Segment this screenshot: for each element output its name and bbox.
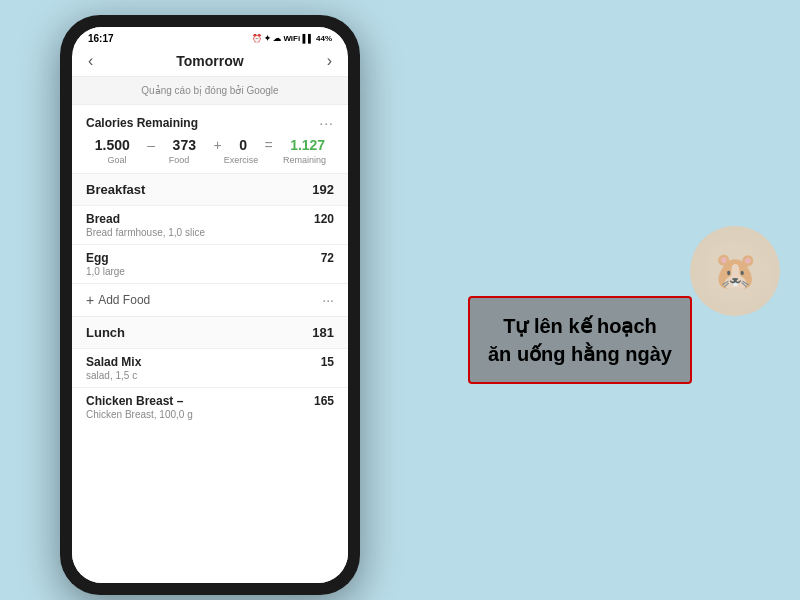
salad-detail: salad, 1,5 c bbox=[86, 370, 334, 381]
text-banner: Tự lên kế hoạch ăn uống hằng ngày bbox=[468, 296, 692, 384]
salad-item: Salad Mix 15 salad, 1,5 c bbox=[72, 348, 348, 387]
add-food-breakfast[interactable]: + Add Food ··· bbox=[72, 283, 348, 316]
character-emoji: 🐹 bbox=[713, 250, 758, 292]
salad-name-row: Salad Mix 15 bbox=[86, 355, 334, 369]
lunch-cal: 181 bbox=[312, 325, 334, 340]
forward-arrow[interactable]: › bbox=[327, 52, 332, 70]
nav-title: Tomorrow bbox=[176, 53, 243, 69]
label-remaining: Remaining bbox=[283, 155, 323, 165]
bread-detail: Bread farmhouse, 1,0 slice bbox=[86, 227, 334, 238]
egg-item: Egg 72 1,0 large bbox=[72, 244, 348, 283]
bread-name: Bread bbox=[86, 212, 120, 226]
egg-cal: 72 bbox=[321, 251, 334, 265]
chicken-item: Chicken Breast – 165 Chicken Breast, 100… bbox=[72, 387, 348, 426]
cal-food: 373 bbox=[173, 137, 196, 153]
lunch-name: Lunch bbox=[86, 325, 125, 340]
status-bar: 16:17 ⏰ ✦ ☁ WiFi ▌▌ 44% bbox=[72, 27, 348, 46]
bread-name-row: Bread 120 bbox=[86, 212, 334, 226]
ad-text: Quảng cáo bị đóng bởi Google bbox=[141, 85, 278, 96]
salad-name: Salad Mix bbox=[86, 355, 141, 369]
salad-cal: 15 bbox=[321, 355, 334, 369]
lunch-row: Lunch 181 bbox=[72, 316, 348, 348]
calories-dots[interactable]: ··· bbox=[319, 115, 334, 131]
chicken-name-row: Chicken Breast – 165 bbox=[86, 394, 334, 408]
cal-minus: – bbox=[147, 137, 155, 153]
phone-screen: 16:17 ⏰ ✦ ☁ WiFi ▌▌ 44% ‹ Tomorrow › Quả… bbox=[72, 27, 348, 583]
status-time: 16:17 bbox=[88, 33, 114, 44]
status-icons: ⏰ ✦ ☁ WiFi ▌▌ 44% bbox=[252, 34, 332, 43]
calories-row: 1.500 – 373 + 0 = 1.127 bbox=[72, 135, 348, 155]
cal-plus: + bbox=[213, 137, 221, 153]
chicken-detail: Chicken Breast, 100,0 g bbox=[86, 409, 334, 420]
add-food-label: Add Food bbox=[98, 293, 150, 307]
egg-name-row: Egg 72 bbox=[86, 251, 334, 265]
label-exercise: Exercise bbox=[221, 155, 261, 165]
calories-title: Calories Remaining bbox=[86, 116, 198, 130]
banner-line1: Tự lên kế hoạch bbox=[488, 312, 672, 340]
add-plus-icon: + bbox=[86, 292, 94, 308]
back-arrow[interactable]: ‹ bbox=[88, 52, 93, 70]
nav-bar: ‹ Tomorrow › bbox=[72, 46, 348, 77]
calories-header: Calories Remaining ··· bbox=[72, 105, 348, 135]
egg-name: Egg bbox=[86, 251, 109, 265]
cal-labels: Goal Food Exercise Remaining bbox=[72, 155, 348, 173]
breakfast-row: Breakfast 192 bbox=[72, 173, 348, 205]
chicken-name: Chicken Breast – bbox=[86, 394, 183, 408]
breakfast-cal: 192 bbox=[312, 182, 334, 197]
main-content: Calories Remaining ··· 1.500 – 373 + 0 =… bbox=[72, 105, 348, 583]
cal-remaining: 1.127 bbox=[290, 137, 325, 153]
phone-frame: 16:17 ⏰ ✦ ☁ WiFi ▌▌ 44% ‹ Tomorrow › Quả… bbox=[60, 15, 360, 595]
label-food: Food bbox=[159, 155, 199, 165]
label-goal: Goal bbox=[97, 155, 137, 165]
character-decoration: 🐹 bbox=[690, 226, 780, 316]
ad-banner: Quảng cáo bị đóng bởi Google bbox=[72, 77, 348, 105]
breakfast-dots[interactable]: ··· bbox=[322, 292, 334, 308]
bread-cal: 120 bbox=[314, 212, 334, 226]
cal-goal: 1.500 bbox=[95, 137, 130, 153]
cal-equals: = bbox=[264, 137, 272, 153]
banner-line2: ăn uống hằng ngày bbox=[488, 340, 672, 368]
chicken-cal: 165 bbox=[314, 394, 334, 408]
egg-detail: 1,0 large bbox=[86, 266, 334, 277]
right-content: 🐹 Tự lên kế hoạch ăn uống hằng ngày bbox=[360, 196, 800, 404]
add-food-button-breakfast[interactable]: + Add Food bbox=[86, 292, 150, 308]
bread-item: Bread 120 Bread farmhouse, 1,0 slice bbox=[72, 205, 348, 244]
breakfast-name: Breakfast bbox=[86, 182, 145, 197]
cal-exercise: 0 bbox=[239, 137, 247, 153]
